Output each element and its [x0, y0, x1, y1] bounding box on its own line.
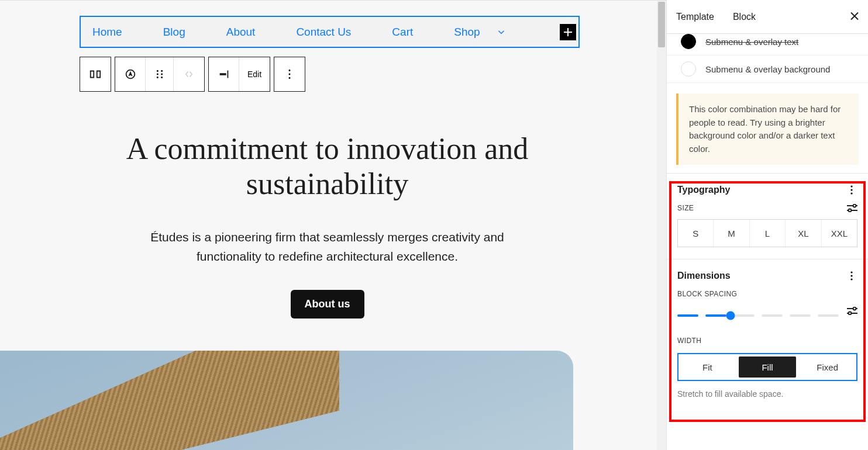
- typography-panel: Typography Size S M L XL XXL: [667, 174, 868, 251]
- slider-thumb[interactable]: [726, 311, 735, 320]
- nav-item-contact[interactable]: Contact Us: [296, 26, 351, 39]
- hero-paragraph: Études is a pioneering firm that seamles…: [129, 227, 526, 266]
- width-fit[interactable]: Fit: [678, 354, 736, 380]
- overlay-text-label: Submenu & overlay text: [705, 37, 798, 47]
- block-toolbar: Edit: [80, 57, 305, 92]
- spacing-label: Block Spacing: [677, 290, 737, 298]
- width-fill[interactable]: Fill: [739, 356, 797, 378]
- typography-title: Typography: [677, 185, 730, 195]
- chevrons-icon: [184, 69, 194, 79]
- svg-point-21: [849, 312, 852, 315]
- svg-point-6: [161, 77, 163, 78]
- svg-point-14: [850, 192, 852, 194]
- svg-point-15: [853, 205, 856, 207]
- svg-point-13: [850, 189, 852, 191]
- size-label: Size: [677, 204, 694, 212]
- overlay-bg-label: Submenu & overlay background: [705, 64, 830, 74]
- color-row-overlay-text[interactable]: Submenu & overlay text: [667, 34, 868, 56]
- nav-item-shop[interactable]: Shop: [454, 26, 504, 39]
- width-helper-text: Stretch to fill available space.: [667, 385, 868, 399]
- svg-point-11: [289, 77, 291, 79]
- svg-point-1: [156, 70, 158, 72]
- move-arrows[interactable]: [174, 57, 204, 91]
- dimensions-title: Dimensions: [677, 271, 731, 281]
- size-l[interactable]: L: [750, 220, 786, 247]
- plus-icon: [563, 27, 573, 37]
- tab-block[interactable]: Block: [733, 12, 756, 22]
- nav-item-shop-label: Shop: [454, 26, 480, 39]
- width-segment[interactable]: Fit Fill Fixed: [677, 353, 857, 381]
- drag-icon: [153, 68, 166, 81]
- vertical-dots-icon: [850, 185, 853, 195]
- hero-image: [0, 351, 573, 450]
- swatch-overlay-bg: [681, 61, 696, 77]
- svg-point-12: [850, 185, 852, 187]
- nav-item-about[interactable]: About: [226, 26, 256, 39]
- svg-point-10: [289, 74, 291, 75]
- canvas-scrollbar-thumb[interactable]: [658, 2, 665, 47]
- nav-item-blog[interactable]: Blog: [163, 26, 185, 39]
- dimensions-panel: Dimensions Block Spacing: [667, 259, 868, 385]
- sliders-icon[interactable]: [847, 204, 857, 212]
- chevron-down-icon: [498, 29, 505, 36]
- svg-point-18: [850, 275, 852, 276]
- about-us-button[interactable]: About us: [291, 290, 364, 319]
- edit-button[interactable]: Edit: [239, 57, 270, 91]
- typography-more-button[interactable]: [846, 184, 857, 196]
- select-parent-button[interactable]: [80, 57, 111, 91]
- navigation-block[interactable]: Home Blog About Contact Us Cart Shop: [80, 16, 580, 48]
- editor-canvas: Home Blog About Contact Us Cart Shop: [0, 0, 666, 450]
- svg-rect-8: [227, 71, 228, 78]
- close-sidebar-button[interactable]: [850, 11, 859, 23]
- nav-item-cart[interactable]: Cart: [392, 26, 413, 39]
- svg-point-3: [156, 77, 158, 78]
- size-xxl[interactable]: XXL: [822, 220, 857, 247]
- vertical-dots-icon: [850, 271, 853, 281]
- settings-sidebar: Template Block Submenu & overlay text Su…: [666, 0, 868, 450]
- svg-point-16: [849, 209, 852, 212]
- tab-template[interactable]: Template: [676, 12, 714, 22]
- svg-point-5: [161, 74, 163, 75]
- justify-right-icon: [218, 68, 230, 81]
- nav-item-home[interactable]: Home: [92, 26, 122, 39]
- svg-point-19: [850, 278, 852, 280]
- drag-handle[interactable]: [146, 57, 174, 91]
- swatch-overlay-text: [681, 34, 696, 49]
- size-xl[interactable]: XL: [786, 220, 821, 247]
- hero-heading: A commitment to innovation and sustainab…: [114, 131, 541, 202]
- justify-button[interactable]: [209, 57, 239, 91]
- container-icon: [89, 68, 102, 81]
- size-segment[interactable]: S M L XL XXL: [677, 219, 857, 247]
- size-m[interactable]: M: [714, 220, 749, 247]
- hero-section: A commitment to innovation and sustainab…: [0, 131, 655, 319]
- svg-point-20: [853, 307, 856, 310]
- contrast-warning: This color combination may be hard for p…: [676, 94, 859, 165]
- dimensions-more-button[interactable]: [846, 270, 857, 282]
- more-options-button[interactable]: [274, 57, 305, 91]
- block-spacing-slider[interactable]: [677, 310, 839, 321]
- sliders-icon[interactable]: [847, 307, 857, 315]
- svg-point-17: [850, 271, 852, 273]
- svg-rect-7: [219, 73, 226, 75]
- width-label: Width: [677, 337, 701, 345]
- width-fixed[interactable]: Fixed: [798, 354, 856, 380]
- svg-point-4: [161, 70, 163, 72]
- navigation-icon-button[interactable]: [115, 57, 146, 91]
- color-row-overlay-bg[interactable]: Submenu & overlay background: [667, 56, 868, 83]
- svg-point-2: [156, 74, 158, 75]
- add-block-button[interactable]: [560, 24, 576, 40]
- vertical-dots-icon: [283, 68, 296, 81]
- svg-point-9: [289, 70, 291, 71]
- canvas-scrollbar[interactable]: [657, 1, 666, 450]
- size-s[interactable]: S: [678, 220, 714, 247]
- close-icon: [850, 12, 859, 20]
- navigation-icon: [124, 68, 137, 81]
